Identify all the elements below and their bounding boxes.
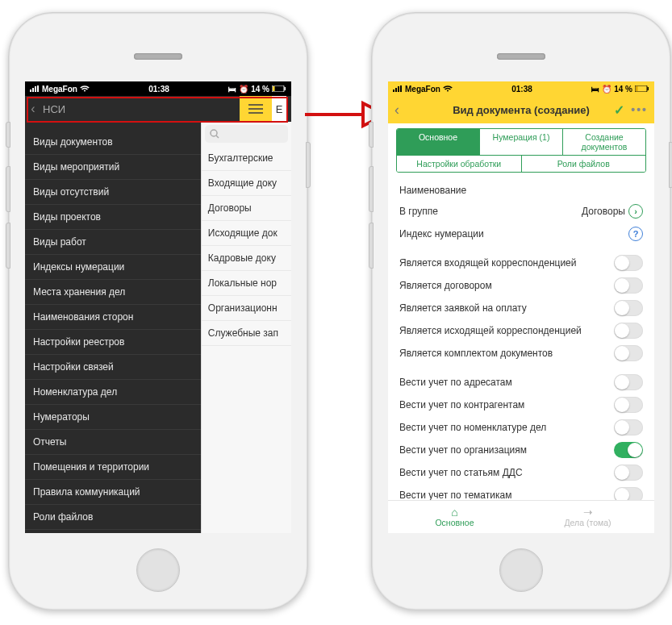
list-item[interactable]: Организационн xyxy=(202,296,291,321)
menu-button[interactable] xyxy=(240,96,272,122)
sidebar-item[interactable]: Роли файлов xyxy=(25,505,201,530)
alarm-icon: 🛏 xyxy=(591,85,599,94)
confirm-icon[interactable]: ✓ xyxy=(614,102,624,118)
list-item[interactable]: Исходящие док xyxy=(202,221,291,246)
toggle-switch[interactable] xyxy=(614,277,643,294)
toggle-switch[interactable] xyxy=(614,465,643,481)
field-group-label: В группе xyxy=(399,206,438,217)
toggle-row: Вести учет по номенклатуре дел xyxy=(399,416,643,439)
sidebar-item[interactable]: Правила коммуникаций xyxy=(25,480,201,505)
phone-side-button xyxy=(369,166,374,212)
list-item[interactable]: Входящие доку xyxy=(202,171,291,196)
tab-create-docs[interactable]: Создание документов xyxy=(563,129,645,155)
toggle-label: Вести учет по организациям xyxy=(399,444,527,456)
battery-icon xyxy=(635,85,649,92)
toggle-row: Является входящей корреспонденцией xyxy=(399,252,643,274)
list-item[interactable]: Кадровые доку xyxy=(202,246,291,271)
svg-rect-15 xyxy=(395,88,397,92)
sidebar-item[interactable]: Виды документов xyxy=(25,130,201,155)
carrier-label: MegaFon xyxy=(42,85,77,94)
home-button[interactable] xyxy=(499,548,543,592)
sidebar-menu[interactable]: Виды документовВиды мероприятийВиды отсу… xyxy=(25,122,201,533)
sidebar-item[interactable]: Списки рассылки по контрагентам xyxy=(25,530,201,533)
svg-rect-6 xyxy=(284,87,286,90)
chevron-right-icon[interactable]: › xyxy=(628,204,643,219)
more-icon[interactable]: ••• xyxy=(631,103,648,116)
sidebar-item[interactable]: Виды проектов xyxy=(25,205,201,230)
toggle-switch[interactable] xyxy=(614,345,643,361)
sidebar-item[interactable]: Отчеты xyxy=(25,430,201,455)
field-name-label: Наименование xyxy=(399,185,466,196)
status-bar: MegaFon 01:38 🛏 ⏰ 14 % xyxy=(25,81,291,96)
bottom-tabs: ⌂ Основное ➝ Дела (тома) xyxy=(388,500,654,533)
toggle-switch[interactable] xyxy=(614,397,643,413)
svg-point-10 xyxy=(211,130,217,136)
search-input[interactable] xyxy=(205,125,288,143)
toggle-switch[interactable] xyxy=(614,374,643,390)
sidebar-item[interactable]: Виды работ xyxy=(25,230,201,255)
sidebar-item[interactable]: Виды отсутствий xyxy=(25,180,201,205)
svg-rect-19 xyxy=(636,86,638,91)
phone-mockup-right: MegaFon 01:38 🛏 ⏰ 14 % ‹ Вид документа (… xyxy=(371,12,671,610)
toggle-label: Вести учет по номенклатуре дел xyxy=(399,422,546,433)
toggle-switch[interactable] xyxy=(614,419,643,435)
carrier-label: MegaFon xyxy=(405,85,440,94)
tab-processing[interactable]: Настройки обработки xyxy=(397,155,522,172)
help-icon[interactable]: ? xyxy=(628,227,643,241)
phone-side-button xyxy=(306,142,311,188)
list-item[interactable]: Локальные нор xyxy=(202,271,291,296)
sidebar-item[interactable]: Места хранения дел xyxy=(25,280,201,305)
signal-icon xyxy=(30,85,40,92)
sidebar-item[interactable]: Индексы нумерации xyxy=(25,255,201,280)
sidebar-item[interactable]: Номенклатура дел xyxy=(25,380,201,405)
list-item[interactable]: Служебные зап xyxy=(202,321,291,346)
phone-side-button xyxy=(6,122,10,148)
back-icon[interactable]: ‹ xyxy=(25,102,41,116)
toggle-label: Является заявкой на оплату xyxy=(399,302,527,314)
toggle-label: Является договором xyxy=(399,280,492,291)
screen-right: MegaFon 01:38 🛏 ⏰ 14 % ‹ Вид документа (… xyxy=(388,81,654,533)
svg-rect-17 xyxy=(400,85,402,92)
svg-rect-1 xyxy=(32,88,34,92)
list-item[interactable]: Договоры xyxy=(202,196,291,221)
phone-speaker xyxy=(134,53,182,60)
wifi-icon xyxy=(80,85,90,92)
toggle-label: Является входящей корреспонденцией xyxy=(399,257,576,269)
field-group-value[interactable]: Договоры xyxy=(582,206,625,217)
toggle-row: Является договором xyxy=(399,274,643,297)
tab-bar: Основное Нумерация (1) Создание документ… xyxy=(396,128,646,173)
sidebar-item[interactable]: Настройки связей xyxy=(25,355,201,380)
svg-rect-16 xyxy=(398,86,399,92)
sidebar-item[interactable]: Настройки реестров xyxy=(25,330,201,355)
sidebar-item[interactable]: Помещения и территории xyxy=(25,455,201,480)
back-icon[interactable]: ‹ xyxy=(394,102,399,119)
sidebar-item[interactable]: Наименования сторон xyxy=(25,305,201,330)
list-item[interactable]: Бухгалтерские xyxy=(202,146,291,171)
status-bar: MegaFon 01:38 🛏 ⏰ 14 % xyxy=(388,81,654,96)
clock-icon: ⏰ xyxy=(602,85,611,94)
home-button[interactable] xyxy=(136,548,180,592)
sidebar-item[interactable]: Виды мероприятий xyxy=(25,155,201,180)
home-icon: ⌂ xyxy=(451,506,457,518)
sidebar-item[interactable]: Нумераторы xyxy=(25,405,201,430)
arrow-right-icon: ➝ xyxy=(583,506,593,518)
phone-side-button xyxy=(369,122,374,148)
toggle-switch[interactable] xyxy=(614,300,643,316)
tab-file-roles[interactable]: Роли файлов xyxy=(522,155,646,172)
toggle-switch[interactable] xyxy=(614,323,643,339)
toggle-row: Является заявкой на оплату xyxy=(399,297,643,319)
toggle-switch[interactable] xyxy=(614,442,643,458)
toggle-label: Является исходящей корреспонденцией xyxy=(399,325,582,336)
tab-main[interactable]: Основное xyxy=(397,129,480,155)
status-time: 01:38 xyxy=(511,85,532,94)
svg-rect-0 xyxy=(30,90,31,92)
toggle-label: Вести учет по адресатам xyxy=(399,377,512,388)
bottom-tab-main[interactable]: ⌂ Основное xyxy=(388,501,521,533)
tab-numbering[interactable]: Нумерация (1) xyxy=(480,129,563,155)
content-list: БухгалтерскиеВходящие докуДоговорыИсходя… xyxy=(202,146,291,346)
toggle-row: Вести учет по адресатам xyxy=(399,371,643,394)
page-title: Вид документа (создание) xyxy=(453,104,590,116)
toggle-switch[interactable] xyxy=(614,255,643,271)
bottom-tab-deals[interactable]: ➝ Дела (тома) xyxy=(521,501,654,533)
form: Наименование В группе Договоры › Индекс … xyxy=(388,177,654,533)
